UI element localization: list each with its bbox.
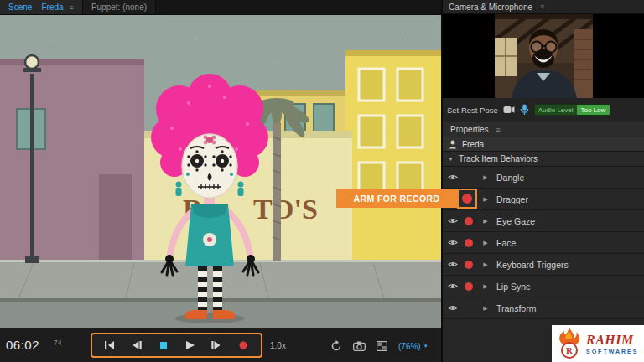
frame-counter: 74 bbox=[54, 339, 61, 347]
visibility-eye-icon[interactable] bbox=[448, 261, 458, 268]
playback-speed[interactable]: 1.0x bbox=[270, 341, 286, 350]
puppet-name: Freda bbox=[462, 140, 484, 149]
watermark: R RAHIM SOFTWARES bbox=[552, 325, 644, 362]
arm-for-record-callout-label: ARM FOR RECORD bbox=[353, 194, 439, 204]
properties-title: Properties bbox=[450, 125, 489, 134]
behavior-label: Lip Sync bbox=[496, 282, 530, 292]
behavior-row-eye-gaze[interactable]: ▶ Eye Gaze bbox=[443, 210, 644, 232]
audio-level-meter: Audio Level Too Low bbox=[534, 104, 611, 116]
tab-scene-freda[interactable]: Scene – Freda ≡ bbox=[0, 0, 83, 14]
audio-level-label: Audio Level bbox=[535, 105, 577, 115]
arm-for-record-callout: ARM FOR RECORD bbox=[336, 189, 457, 208]
expand-triangle-icon[interactable]: ▶ bbox=[481, 218, 490, 225]
puppet-track-item[interactable]: Freda bbox=[443, 137, 644, 152]
visibility-eye-icon[interactable] bbox=[448, 217, 458, 225]
zoom-level-dropdown[interactable]: (76%) ▼ bbox=[398, 342, 428, 351]
properties-panel-header: Properties ≡ bbox=[443, 122, 644, 137]
behavior-label: Face bbox=[496, 238, 516, 248]
chevron-down-icon: ▼ bbox=[423, 344, 428, 349]
visibility-eye-icon[interactable] bbox=[448, 173, 458, 181]
visibility-eye-icon[interactable] bbox=[448, 282, 458, 290]
behavior-label: Transform bbox=[496, 303, 536, 313]
camera-toggle-icon[interactable] bbox=[503, 106, 515, 114]
panel-tab-bar: Scene – Freda ≡ Puppet: (none) bbox=[0, 0, 441, 15]
behavior-row-lip-sync[interactable]: ▶ Lip Sync bbox=[443, 276, 644, 297]
track-item-behaviors-section[interactable]: ▼ Track Item Behaviors bbox=[443, 152, 644, 167]
previous-frame-button[interactable] bbox=[125, 336, 148, 354]
timecode: 06:02 bbox=[6, 338, 39, 352]
tab-puppet-none[interactable]: Puppet: (none) bbox=[83, 0, 156, 14]
zoom-level-value: (76%) bbox=[398, 342, 421, 351]
panel-menu-icon[interactable]: ≡ bbox=[496, 126, 501, 134]
expand-triangle-icon[interactable]: ▶ bbox=[481, 305, 490, 312]
storefront-sign-right: TO'S bbox=[253, 194, 318, 225]
next-frame-button[interactable] bbox=[205, 336, 228, 354]
audio-level-status: Too Low bbox=[577, 105, 610, 115]
record-button[interactable] bbox=[231, 336, 255, 354]
behavior-label: Eye Gaze bbox=[496, 216, 535, 226]
arm-for-record-dot[interactable] bbox=[465, 217, 473, 225]
arm-for-record-dot[interactable] bbox=[465, 282, 473, 291]
arm-for-record-dot[interactable] bbox=[465, 239, 473, 247]
expand-triangle-icon[interactable]: ▶ bbox=[481, 174, 490, 181]
scene-viewport[interactable]: B TO'S bbox=[0, 15, 441, 328]
panel-menu-icon[interactable]: ≡ bbox=[540, 3, 544, 11]
snapshot-camera-icon[interactable] bbox=[353, 341, 366, 351]
behavior-row-keyboard-triggers[interactable]: ▶ Keyboard Triggers bbox=[443, 254, 644, 276]
watermark-logo-letter: R bbox=[566, 345, 574, 355]
behavior-row-transform[interactable]: ▶ Transform bbox=[443, 297, 644, 319]
visibility-eye-icon[interactable] bbox=[448, 304, 458, 312]
camera-mic-controls: Set Rest Pose Audio Level Too Low bbox=[443, 98, 644, 122]
watermark-subtitle: SOFTWARES bbox=[586, 349, 638, 354]
watermark-flame-logo: R bbox=[555, 328, 584, 359]
go-to-start-button[interactable] bbox=[98, 336, 122, 354]
play-button[interactable] bbox=[178, 336, 201, 354]
character-animator-app: Scene – Freda ≡ Puppet: (none) bbox=[0, 0, 644, 362]
loop-playback-icon[interactable] bbox=[330, 340, 342, 352]
webcam-feed bbox=[495, 14, 593, 98]
dragger-arm-for-record-dot[interactable] bbox=[462, 194, 472, 204]
expanded-triangle-icon[interactable]: ▼ bbox=[448, 156, 454, 162]
expand-triangle-icon[interactable]: ▶ bbox=[481, 240, 490, 246]
watermark-name: RAHIM bbox=[586, 334, 638, 347]
behavior-label: Dragger bbox=[496, 194, 528, 204]
behavior-row-dangle[interactable]: ▶ Dangle bbox=[443, 167, 644, 189]
right-panel-column: Camera & Microphone ≡ bbox=[441, 0, 644, 362]
arm-for-record-slot bbox=[463, 261, 475, 269]
set-rest-pose-button[interactable]: Set Rest Pose bbox=[447, 106, 498, 115]
arm-for-record-slot bbox=[463, 239, 475, 247]
tab-scene-label: Scene – Freda bbox=[8, 3, 64, 12]
stop-button[interactable] bbox=[152, 336, 175, 354]
transparency-grid-icon[interactable] bbox=[377, 341, 387, 351]
right-building bbox=[345, 50, 441, 261]
arm-for-record-slot bbox=[463, 217, 475, 225]
playback-controls-highlight bbox=[91, 333, 262, 358]
webcam-area bbox=[443, 14, 644, 98]
expand-triangle-icon[interactable]: ▶ bbox=[481, 283, 490, 290]
scene-canvas: B TO'S bbox=[0, 15, 441, 328]
panel-menu-icon[interactable]: ≡ bbox=[70, 3, 74, 12]
microphone-toggle-icon[interactable] bbox=[520, 104, 529, 116]
puppet-icon bbox=[449, 140, 457, 149]
camera-mic-title: Camera & Microphone bbox=[449, 3, 532, 12]
behavior-row-face[interactable]: ▶ Face bbox=[443, 232, 644, 254]
behavior-label: Keyboard Triggers bbox=[496, 260, 569, 270]
arm-for-record-dot[interactable] bbox=[465, 261, 473, 269]
arm-for-record-slot bbox=[463, 282, 475, 291]
behavior-label: Dangle bbox=[496, 173, 524, 183]
arm-for-record-highlight-box[interactable] bbox=[457, 189, 477, 209]
scene-column: Scene – Freda ≡ Puppet: (none) bbox=[0, 0, 441, 362]
timeline-transport-bar: 06:02 74 bbox=[0, 328, 441, 362]
expand-triangle-icon[interactable]: ▶ bbox=[481, 261, 490, 268]
visibility-eye-icon[interactable] bbox=[448, 239, 458, 246]
left-building bbox=[0, 59, 144, 261]
tab-puppet-label: Puppet: (none) bbox=[91, 3, 147, 12]
section-title: Track Item Behaviors bbox=[459, 154, 538, 163]
expand-triangle-icon[interactable]: ▶ bbox=[481, 196, 490, 203]
camera-mic-panel-header: Camera & Microphone ≡ bbox=[443, 0, 644, 14]
